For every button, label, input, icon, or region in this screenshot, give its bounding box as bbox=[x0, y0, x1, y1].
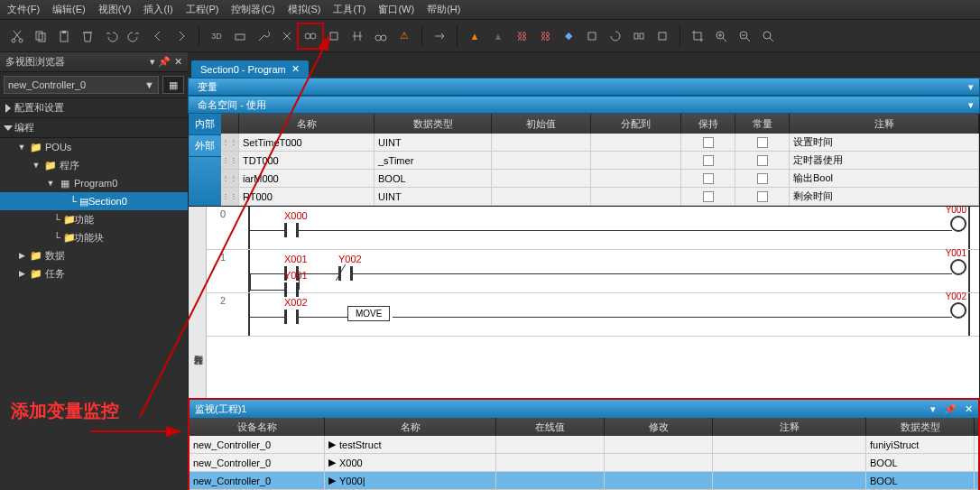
wcell-modify[interactable] bbox=[605, 436, 713, 453]
cell-comment[interactable]: 定时器使用 bbox=[790, 152, 979, 169]
device-selector[interactable]: new_Controller_0 ▼ bbox=[4, 76, 159, 94]
tool-a-icon[interactable] bbox=[428, 24, 451, 48]
pin-icon[interactable]: 📌 bbox=[944, 403, 957, 414]
ladder-rung[interactable]: X000Y000 bbox=[239, 207, 979, 250]
wcell-type[interactable]: BOOL bbox=[866, 472, 975, 489]
forward-icon[interactable] bbox=[170, 24, 193, 48]
wcell-online[interactable] bbox=[496, 454, 605, 471]
cell-type[interactable]: UINT bbox=[374, 134, 492, 151]
tab-close-icon[interactable]: ✕ bbox=[291, 63, 300, 75]
wcol-modify[interactable]: 修改 bbox=[605, 418, 713, 436]
wcell-device[interactable]: new_Controller_0 bbox=[190, 472, 325, 489]
menu-project[interactable]: 工程(P) bbox=[186, 3, 219, 16]
menu-view[interactable]: 视图(V) bbox=[98, 3, 132, 16]
cell-persist[interactable] bbox=[681, 170, 735, 187]
warning-icon[interactable]: ⚠ bbox=[393, 24, 416, 48]
col-init[interactable]: 初始值 bbox=[492, 114, 591, 134]
tool-e-icon[interactable] bbox=[651, 24, 674, 48]
var-row[interactable]: ⋮⋮ SetTimeT000 UINT 设置时间 bbox=[221, 134, 979, 152]
wcol-comment[interactable]: 注释 bbox=[713, 418, 866, 436]
copy-icon[interactable] bbox=[29, 24, 52, 48]
cell-comment[interactable]: 设置时间 bbox=[790, 134, 979, 151]
ladder-contact[interactable]: X002 bbox=[284, 310, 299, 324]
ladder-rung[interactable]: X002MOVEY002 bbox=[239, 293, 979, 337]
wcell-type[interactable]: funiyiStruct bbox=[866, 436, 975, 453]
zoom-in-icon[interactable] bbox=[709, 24, 733, 48]
cell-comment[interactable]: 剩余时间 bbox=[790, 188, 979, 205]
menu-file[interactable]: 文件(F) bbox=[7, 3, 40, 16]
wcell-name[interactable]: ▶X000 bbox=[325, 454, 496, 471]
close-icon[interactable]: ✕ bbox=[174, 56, 182, 68]
wcol-online[interactable]: 在线值 bbox=[496, 418, 605, 436]
cell-init[interactable] bbox=[492, 152, 591, 169]
cell-alloc[interactable] bbox=[591, 170, 681, 187]
cut-icon[interactable] bbox=[5, 24, 29, 48]
tree-section0[interactable]: └ ▤Section0 bbox=[0, 192, 188, 210]
tab-section0[interactable]: Section0 - Program ✕ bbox=[191, 60, 309, 78]
ladder-coil[interactable]: Y000 bbox=[950, 216, 966, 232]
vartab-outer[interactable]: 外部 bbox=[189, 135, 221, 157]
wcol-type[interactable]: 数据类型 bbox=[866, 418, 975, 436]
crop-icon[interactable] bbox=[686, 24, 709, 48]
cell-comment[interactable]: 输出Bool bbox=[790, 170, 979, 187]
col-const[interactable]: 常量 bbox=[735, 114, 790, 134]
namespace-bar[interactable]: 命名空间 - 使用 ▾ bbox=[188, 96, 980, 114]
wcell-alloc[interactable]: BuiltInIO://cpu/# bbox=[975, 472, 978, 489]
tree-programs[interactable]: ▼📁程序 bbox=[0, 156, 188, 174]
close-icon[interactable]: ✕ bbox=[965, 403, 973, 414]
cell-name[interactable]: SetTimeT000 bbox=[239, 134, 374, 151]
paste-icon[interactable] bbox=[52, 24, 76, 48]
row-handle[interactable]: ⋮⋮ bbox=[221, 152, 239, 169]
tool-icon[interactable] bbox=[228, 24, 252, 48]
cell-persist[interactable] bbox=[681, 152, 735, 169]
col-persist[interactable]: 保持 bbox=[681, 114, 735, 134]
3d-icon[interactable]: 3D bbox=[205, 24, 228, 48]
col-name[interactable]: 名称 bbox=[239, 114, 374, 134]
cell-persist[interactable] bbox=[681, 188, 735, 205]
tool-b-icon[interactable]: ◆ bbox=[557, 24, 580, 48]
wcell-name[interactable]: ▶testStruct bbox=[325, 436, 496, 453]
wcell-alloc[interactable]: BuiltInIO://cpu/# bbox=[975, 454, 978, 471]
warn2-icon[interactable]: ▲ bbox=[463, 24, 486, 48]
cell-type[interactable]: UINT bbox=[374, 188, 492, 205]
menu-simulate[interactable]: 模拟(S) bbox=[288, 3, 321, 16]
cell-const[interactable] bbox=[735, 134, 790, 151]
watch-row[interactable]: new_Controller_0 ▶Y000| BOOL BuiltInIO:/… bbox=[190, 472, 978, 490]
wcell-name[interactable]: ▶Y000| bbox=[325, 472, 496, 489]
delete-icon[interactable] bbox=[76, 24, 99, 48]
back-icon[interactable] bbox=[146, 24, 170, 48]
var-row[interactable]: ⋮⋮ TDT000 _sTimer 定时器使用 bbox=[221, 152, 979, 170]
cell-type[interactable]: _sTimer bbox=[374, 152, 492, 169]
cell-alloc[interactable] bbox=[591, 188, 681, 205]
col-comment[interactable]: 注释 bbox=[790, 114, 979, 134]
wcell-online[interactable] bbox=[496, 472, 605, 489]
ladder-coil[interactable]: Y001 bbox=[950, 259, 966, 275]
var-row[interactable]: ⋮⋮ RT000 UINT 剩余时间 bbox=[221, 188, 979, 206]
cell-init[interactable] bbox=[492, 170, 591, 187]
tool7-icon[interactable] bbox=[346, 24, 369, 48]
tree-program0[interactable]: ▼▦Program0 bbox=[0, 174, 188, 192]
menu-tools[interactable]: 工具(T) bbox=[333, 3, 365, 16]
wcol-device[interactable]: 设备名称 bbox=[190, 418, 325, 436]
cell-type[interactable]: BOOL bbox=[374, 170, 492, 187]
cell-name[interactable]: TDT000 bbox=[239, 152, 374, 169]
cell-init[interactable] bbox=[492, 188, 591, 205]
undo-icon[interactable] bbox=[99, 24, 123, 48]
wcell-comment[interactable] bbox=[713, 472, 866, 489]
variables-bar[interactable]: 变量 ▾ bbox=[188, 78, 980, 96]
watch-icon[interactable] bbox=[299, 24, 322, 48]
cell-persist[interactable] bbox=[681, 134, 735, 151]
zoom-out-icon[interactable] bbox=[733, 24, 756, 48]
zoom-fit-icon[interactable] bbox=[756, 24, 780, 48]
section-programming[interactable]: 编程 bbox=[0, 118, 188, 138]
wcell-modify[interactable] bbox=[605, 454, 713, 471]
wcell-type[interactable]: BOOL bbox=[866, 454, 975, 471]
tool-c-icon[interactable] bbox=[580, 24, 604, 48]
cell-init[interactable] bbox=[492, 134, 591, 151]
cell-name[interactable]: RT000 bbox=[239, 188, 374, 205]
cell-const[interactable] bbox=[735, 188, 790, 205]
wcell-comment[interactable] bbox=[713, 454, 866, 471]
wcell-device[interactable]: new_Controller_0 bbox=[190, 454, 325, 471]
ladder-contact[interactable]: X000 bbox=[284, 223, 299, 237]
watch-row[interactable]: new_Controller_0 ▶testStruct funiyiStruc… bbox=[190, 436, 978, 454]
